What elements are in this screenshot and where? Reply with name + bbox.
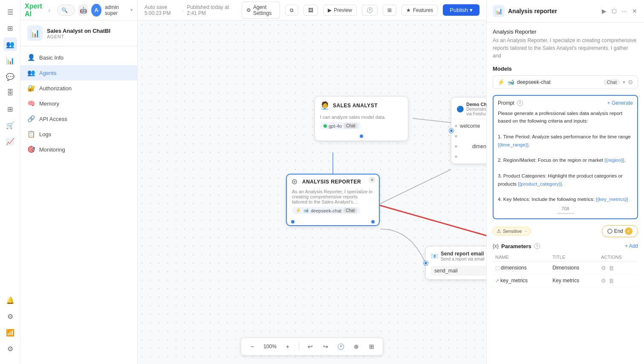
more-icon[interactable]: ···: [621, 7, 628, 15]
features-button[interactable]: ★ Features: [401, 5, 438, 16]
model-settings-icon[interactable]: ⚙: [628, 79, 633, 86]
expand-icon[interactable]: ⬡: [611, 7, 618, 15]
sidebar-item-logs[interactable]: 📋 Logs: [20, 126, 137, 142]
dimensions-icon: ⬚: [495, 265, 501, 270]
clock-button[interactable]: 🕐: [362, 5, 378, 16]
publish-button[interactable]: Publish ▾: [443, 4, 479, 16]
dimensions-settings-icon[interactable]: ⚙: [601, 265, 606, 271]
cart-icon[interactable]: 🛒: [3, 118, 17, 132]
close-analysis-button[interactable]: ✕: [369, 176, 375, 183]
brand-logo[interactable]: Xpert AI: [25, 3, 45, 18]
sidebar-item-api-access[interactable]: 🔗 API Access: [20, 111, 137, 126]
node-send-email[interactable]: 📧 Send report email Send a report via em…: [425, 246, 486, 280]
prompt-header: Prompt ? + Generate: [498, 100, 633, 106]
agent-settings-button[interactable]: ⚙ Agent Settings: [242, 2, 280, 19]
panel-description: As an Analysis Reporter, I specialize in…: [493, 37, 638, 60]
chart-icon[interactable]: 📊: [3, 54, 17, 67]
sliders-icon[interactable]: ⚙: [3, 310, 17, 323]
settings-icon[interactable]: ⚙: [3, 342, 17, 355]
sales-analyst-title: SALES ANALYST: [333, 103, 378, 109]
email-tool: send_mail: [426, 264, 486, 279]
sensitive-end-row: ⚠ Sensitive − End ✓: [493, 225, 638, 237]
sidebar-label-memory: Memory: [39, 100, 59, 107]
back-button[interactable]: ‹: [49, 7, 51, 14]
preview-button[interactable]: ▶ Preview: [323, 5, 357, 16]
trending-icon[interactable]: 📈: [3, 135, 17, 148]
widget-icon[interactable]: ⊞: [3, 102, 17, 116]
panel-title: Analysis reporter: [508, 8, 598, 14]
demo-chatbi-icon: 🔵: [456, 106, 464, 112]
redo-button[interactable]: ↪: [320, 341, 332, 353]
agent-info: Sales Analyst on ChatBI AGENT: [47, 28, 130, 39]
key-metrics-icon: ↗: [495, 278, 500, 283]
admin-label[interactable]: admin super: [105, 4, 127, 16]
canvas-area[interactable]: 🧑‍💼 SALES ANALYST I can analyze sales mo…: [138, 20, 486, 364]
sidebar-item-authorization[interactable]: 🔐 Authorization: [20, 80, 137, 96]
node-analysis-reporter[interactable]: ANALYSIS REPORTER ✕ As an Analysis Repor…: [286, 174, 380, 226]
time-range-var: [{time_range}]: [498, 142, 528, 147]
grid-toggle-button[interactable]: ⊞: [366, 341, 378, 353]
panel-actions: ▶ ⬡ ··· ✕: [601, 7, 638, 15]
svg-line-0: [413, 118, 451, 123]
param-key-metrics-title: Key metrics: [550, 274, 598, 287]
admin-chevron-icon[interactable]: ▾: [130, 7, 133, 13]
key-metrics-delete-icon[interactable]: 🗑: [609, 278, 614, 284]
sidebar-item-monitoring[interactable]: 🎯 Monitoring: [20, 142, 137, 157]
play-icon[interactable]: ▶: [601, 7, 607, 15]
wifi-icon[interactable]: 📶: [3, 326, 17, 339]
grid-icon[interactable]: ⊞: [3, 21, 17, 35]
add-node-button[interactable]: ⊕: [350, 341, 362, 353]
dimensions-delete-icon[interactable]: 🗑: [609, 265, 614, 271]
copy-button[interactable]: ⧉: [285, 5, 298, 16]
email-desc: Send a report via email: [441, 257, 485, 261]
avatar[interactable]: A: [91, 4, 101, 17]
sidebar-item-basic-info[interactable]: 👤 Basic Info: [20, 50, 137, 65]
bot-icon[interactable]: 🤖: [78, 4, 88, 16]
send-mail-tool: send_mail: [431, 266, 486, 276]
params-table: NAME TITLE ACTIONS ⬚ dimensions Dimensio…: [493, 253, 638, 287]
sales-bottom-connector: [360, 135, 363, 138]
end-badge[interactable]: End ✓: [602, 225, 638, 237]
params-add-button[interactable]: + Add: [625, 243, 638, 249]
memory-icon: 🧠: [27, 100, 35, 107]
analysis-target-icon: [292, 179, 297, 184]
sidebar-label-monitoring: Monitoring: [39, 146, 65, 153]
database-icon[interactable]: 🗄: [3, 86, 17, 100]
zoom-out-button[interactable]: −: [246, 341, 258, 353]
sidebar-item-agents[interactable]: 👥 Agents: [20, 65, 137, 80]
search-icon: 🔍: [61, 7, 68, 13]
undo-button[interactable]: ↩: [304, 341, 316, 353]
analysis-reporter-title: ANALYSIS REPORTER: [302, 179, 361, 185]
model-name: deepseek-chat: [517, 79, 601, 85]
history-button[interactable]: 🕐: [335, 341, 347, 353]
image-button[interactable]: 🖼: [303, 5, 318, 16]
agent-header: 📊 Sales Analyst on ChatBI AGENT: [20, 20, 137, 46]
hamburger-menu-icon[interactable]: ☰: [3, 5, 17, 19]
prompt-resize-handle[interactable]: [557, 213, 574, 214]
close-panel-button[interactable]: ✕: [631, 7, 638, 15]
api-access-icon: 🔗: [27, 115, 35, 123]
model-selector[interactable]: ⚡ 🐋 deepseek-chat Chat ▾ ⚙: [493, 75, 638, 89]
node-sales-analyst[interactable]: 🧑‍💼 SALES ANALYST I can analyze sales mo…: [315, 96, 408, 141]
key-metrics-settings-icon[interactable]: ⚙: [601, 278, 606, 284]
chat-icon[interactable]: 💬: [3, 70, 17, 83]
email-title: Send report email: [441, 251, 485, 257]
sidebar-label-authorization: Authorization: [39, 85, 72, 92]
bell-icon[interactable]: 🔔: [3, 293, 17, 307]
prompt-help-icon[interactable]: ?: [517, 100, 523, 106]
params-help-icon[interactable]: ?: [534, 243, 540, 249]
node-demo-chatbi[interactable]: 🔵 Demo ChatBI Feishu Sales ... Demonstra…: [451, 97, 486, 164]
analysis-reporter-desc: As an Analysis Reporter, I specialize in…: [292, 189, 374, 204]
zoom-in-button[interactable]: +: [282, 341, 294, 353]
demo-title: Demo ChatBI Feishu Sales ...: [466, 102, 486, 107]
users-icon[interactable]: 👥: [3, 37, 17, 51]
sensitive-minus-icon[interactable]: −: [525, 229, 527, 234]
params-header: {x} Parameters ? + Add: [493, 243, 638, 249]
agent-name: Sales Analyst on ChatBI: [47, 28, 130, 34]
layout-button[interactable]: ⊞: [383, 5, 396, 16]
generate-button[interactable]: + Generate: [607, 100, 633, 106]
basic-info-icon: 👤: [27, 54, 35, 61]
sidebar-item-memory[interactable]: 🧠 Memory: [20, 96, 137, 111]
tool-dimension-member: dimension_member_retriever: [451, 141, 486, 152]
prompt-box[interactable]: Prompt ? + Generate Please generate a pr…: [493, 95, 638, 219]
